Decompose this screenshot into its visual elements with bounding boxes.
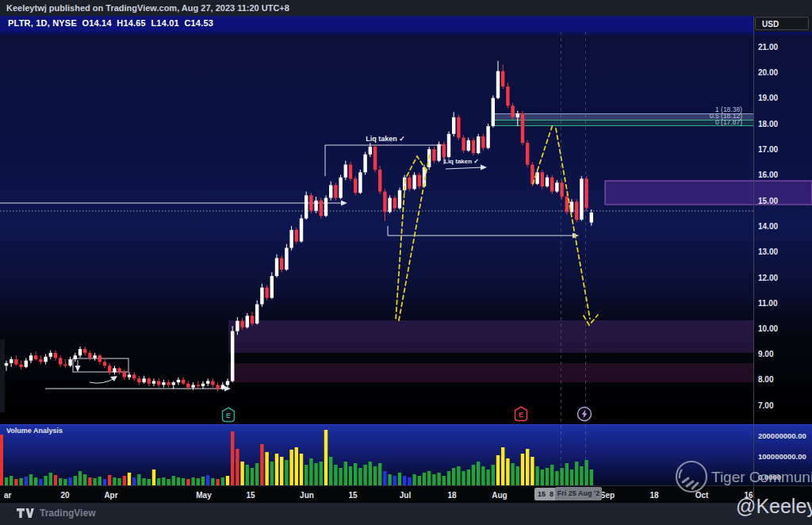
volume-bar (442, 476, 446, 485)
candle (304, 195, 308, 218)
earnings-icon[interactable]: E (515, 407, 527, 421)
volume-bar (68, 477, 71, 485)
time-axis-label: 15 (246, 491, 255, 500)
volume-bar (79, 471, 82, 485)
candle (260, 288, 263, 305)
candle (418, 175, 421, 187)
candle (550, 178, 553, 192)
volume-bar (221, 477, 224, 485)
candle (191, 385, 194, 387)
price-axis-label: 19.00 (758, 94, 778, 102)
volume-bar (496, 455, 500, 485)
candle (186, 384, 190, 388)
tradingview-attribution[interactable]: TradingView (16, 508, 95, 519)
volume-bar (472, 465, 475, 485)
volume-bar (295, 447, 298, 485)
volume-bar (117, 478, 121, 485)
volume-bar (516, 466, 519, 485)
price-axis-label: 7.00 (758, 401, 774, 410)
candle (295, 230, 298, 242)
volume-bar (408, 477, 411, 485)
candle (486, 126, 489, 148)
volume-bar (201, 477, 205, 485)
candle (481, 136, 485, 148)
candle (285, 248, 288, 270)
chart-canvas[interactable]: 1 (18.38)0.5 (18.12)0 (17.87)21.0020.001… (0, 0, 812, 525)
earnings-icon[interactable]: E (223, 408, 235, 422)
candle (442, 144, 446, 157)
candle (320, 201, 323, 216)
volume-bar (54, 475, 57, 485)
candle (363, 155, 366, 173)
candle (358, 172, 362, 193)
volume-bar (541, 469, 544, 485)
volume-bar (128, 473, 131, 485)
liq-taken-label-2: Liq taken ✓ (444, 158, 479, 165)
volume-bar (162, 477, 165, 485)
candle (412, 175, 416, 190)
volume-bar (14, 479, 17, 485)
price-axis-label: 8.00 (758, 375, 774, 384)
volume-bar (580, 466, 583, 485)
candle (83, 349, 86, 353)
volume-bar (506, 458, 509, 485)
candle (79, 349, 82, 355)
volume-bar (314, 463, 317, 485)
idea-lightning-icon[interactable] (578, 408, 592, 421)
volume-bar (432, 474, 435, 485)
candle (103, 362, 106, 366)
candle (49, 353, 52, 357)
currency-button[interactable]: USD (755, 17, 809, 30)
candle (246, 316, 249, 328)
candle (197, 385, 200, 386)
volume-bar (354, 463, 357, 485)
price-axis-label: 14.00 (758, 222, 778, 231)
candle (236, 321, 239, 331)
candle (477, 136, 480, 153)
candle (34, 355, 37, 359)
candle (373, 147, 377, 170)
volume-axis-label: 100000000.00 (758, 452, 806, 461)
zone-box-supply (605, 181, 812, 205)
volume-bar (108, 475, 111, 485)
candle (472, 140, 475, 153)
symbol-ohlc-bar[interactable]: PLTR, 1D, NYSE O14.14 H14.65 L14.01 C14.… (8, 18, 213, 28)
time-axis-label: 18 (649, 491, 659, 500)
zone-box-band1 (228, 320, 753, 353)
candle (580, 178, 583, 220)
volume-bar (590, 469, 593, 485)
volume-bar (25, 477, 28, 485)
candle (378, 170, 381, 191)
price-axis-label: 15.00 (758, 197, 778, 205)
volume-bar (570, 469, 573, 485)
volume-bar (492, 465, 495, 485)
candle (408, 178, 411, 190)
volume-bar (123, 476, 126, 485)
volume-bar (565, 463, 569, 485)
volume-bar (477, 462, 480, 485)
liq-taken-label-1: Liq taken ✓ (327, 135, 444, 143)
volume-bar (88, 477, 91, 485)
volume-bar (206, 475, 209, 485)
candle (201, 384, 205, 386)
time-axis-label: Oct (695, 491, 709, 500)
price-axis-label: 12.00 (758, 274, 778, 282)
volume-bar (398, 473, 401, 485)
candle (29, 355, 33, 360)
volume-bar (197, 478, 200, 485)
volume-bar (280, 457, 283, 485)
candle (555, 182, 558, 191)
candle (383, 191, 386, 212)
candle (19, 365, 22, 367)
candle (314, 201, 317, 211)
candle (10, 359, 13, 363)
candle (309, 195, 312, 210)
candle (63, 365, 67, 366)
time-axis-label: Sep (600, 491, 615, 500)
volume-bar (309, 458, 312, 485)
price-axis-label: 9.00 (758, 350, 774, 358)
volume-bar (182, 478, 185, 485)
candle (265, 288, 268, 298)
time-axis-label: May (196, 491, 212, 500)
volume-bar (393, 476, 396, 485)
